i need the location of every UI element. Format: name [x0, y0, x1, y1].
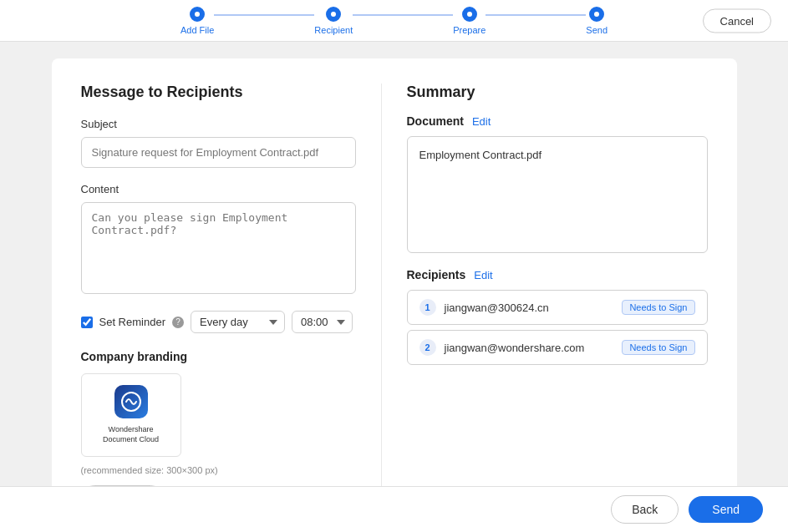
step-line-1 [214, 14, 314, 16]
recipient-email-1: jiangwan@300624.cn [445, 301, 614, 314]
step-line-2 [353, 14, 453, 16]
help-icon[interactable]: ? [172, 317, 184, 328]
steps-container: Add File Recipient Prepare Send [180, 7, 608, 35]
recipient-num-2: 2 [419, 339, 436, 356]
recipient-row-2: 2 jiangwan@wondershare.com Needs to Sign [407, 330, 708, 365]
main-content: Message to Recipients Subject Content Se… [0, 42, 788, 532]
needs-sign-badge-1: Needs to Sign [622, 300, 694, 315]
recipients-section: Recipients Edit 1 jiangwan@300624.cn Nee… [407, 268, 708, 365]
document-label: Document [407, 114, 464, 128]
step-circle-prepare [462, 7, 477, 22]
step-label-recipient: Recipient [314, 25, 353, 35]
subject-input[interactable] [81, 137, 356, 168]
branding-title: Company branding [81, 350, 356, 363]
left-panel-title: Message to Recipients [81, 84, 356, 101]
card: Message to Recipients Subject Content Se… [52, 58, 737, 532]
subject-label: Subject [81, 118, 356, 130]
content-textarea[interactable] [81, 202, 356, 294]
top-bar: Add File Recipient Prepare Send Cancel [0, 0, 788, 42]
recipient-email-2: jiangwan@wondershare.com [445, 342, 614, 354]
frequency-select[interactable]: Every day Every week Every month [191, 311, 285, 333]
recipients-edit-link[interactable]: Edit [474, 269, 492, 281]
document-edit-link[interactable]: Edit [472, 115, 491, 128]
reminder-row: Set Reminder ? Every day Every week Ever… [81, 311, 356, 333]
recipients-section-header: Recipients Edit [407, 268, 708, 281]
step-send: Send [586, 7, 608, 35]
step-line-3 [486, 14, 586, 16]
branding-box: WondershareDocument Cloud [81, 373, 181, 457]
step-label-prepare: Prepare [453, 25, 486, 35]
summary-title: Summary [407, 84, 708, 101]
document-filename: Employment Contract.pdf [419, 149, 542, 161]
brand-name-text: WondershareDocument Cloud [103, 425, 159, 444]
document-box: Employment Contract.pdf [407, 136, 708, 253]
size-hint: (recommended size: 300×300 px) [81, 465, 356, 475]
step-circle-add-file [190, 7, 205, 22]
wondershare-logo-icon [119, 390, 143, 413]
content-label: Content [81, 183, 356, 195]
step-circle-recipient [326, 7, 341, 22]
needs-sign-badge-2: Needs to Sign [622, 340, 694, 355]
recipients-label: Recipients [407, 268, 466, 281]
left-panel: Message to Recipients Subject Content Se… [81, 84, 382, 511]
step-label-send: Send [586, 25, 608, 35]
bottom-bar: Back Send [0, 486, 788, 532]
set-reminder-checkbox[interactable] [81, 317, 93, 328]
step-prepare: Prepare [453, 7, 486, 35]
time-select[interactable]: 08:00 09:00 10:00 [292, 311, 353, 333]
send-button[interactable]: Send [689, 496, 763, 523]
recipient-row-1: 1 jiangwan@300624.cn Needs to Sign [407, 290, 708, 325]
step-circle-send [589, 7, 604, 22]
cancel-button[interactable]: Cancel [703, 8, 771, 33]
back-button[interactable]: Back [611, 495, 679, 524]
recipient-num-1: 1 [419, 299, 436, 316]
step-recipient: Recipient [314, 7, 353, 35]
step-add-file: Add File [180, 7, 214, 35]
right-panel: Summary Document Edit Employment Contrac… [407, 84, 708, 511]
reminder-label: Set Reminder [99, 316, 165, 328]
document-section-header: Document Edit [407, 114, 708, 128]
brand-logo [114, 385, 148, 418]
step-label-add-file: Add File [180, 25, 214, 35]
